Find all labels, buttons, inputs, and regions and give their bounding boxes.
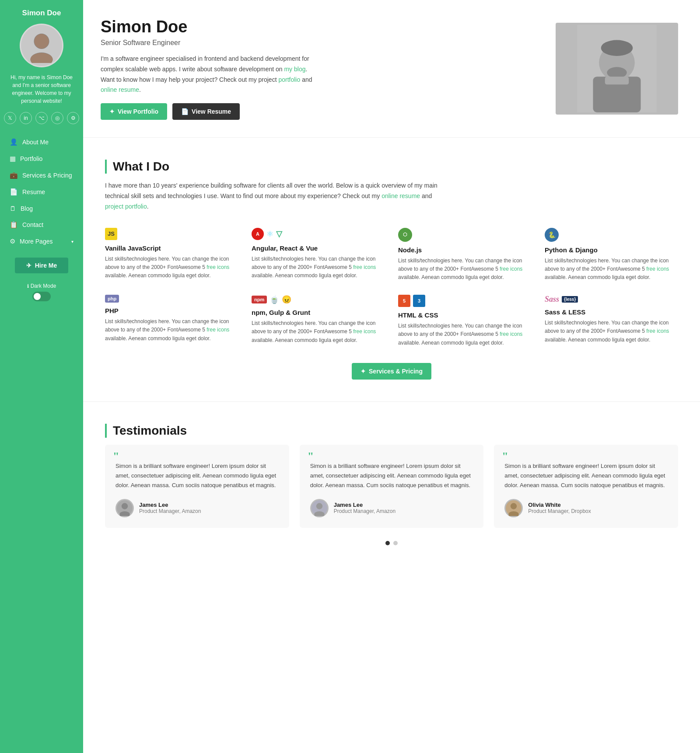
php-free-icons-link[interactable]: free icons [206,327,229,333]
html-free-icons-link[interactable]: free icons [500,331,522,337]
author-role-3: Product Manager, Dropbox [528,508,591,514]
author-name-3: Olivia White [528,502,591,508]
hero-section: Simon Doe Senior Software Engineer I'm a… [83,0,700,137]
skill-python-desc: List skills/technologies here. You can c… [545,257,678,282]
testimonials-grid: " Simon is a brilliant software engineer… [105,445,678,528]
main-content: Simon Doe Senior Software Engineer I'm a… [83,0,700,753]
paper-plane-icon: ✈ [26,262,32,269]
linkedin-icon[interactable]: in [20,112,32,124]
blog-icon: 🗒 [10,205,16,212]
nav-resume-label: Resume [22,188,45,195]
dark-mode-label: Dark Mode [31,283,56,289]
nav-contact-label: Contact [22,221,43,228]
quote-icon-3: " [502,451,508,462]
person-icon: 👤 [10,138,18,146]
testimonial-text-1: Simon is a brilliant software engineer! … [116,457,279,490]
js-free-icons-link[interactable]: free icons [206,264,229,270]
what-i-do-title: What I Do [105,160,678,174]
skill-npm: npm 🍵 😠 npm, Gulp & Grunt List skills/te… [252,295,385,347]
testimonial-author-2: James Lee Product Manager, Amazon [310,499,473,517]
sass-free-icons-link[interactable]: free icons [646,328,669,334]
testimonials-title: Testimonials [105,424,678,438]
codepen-icon[interactable]: ◎ [51,112,63,124]
carousel-dots [105,541,678,545]
py-free-icons-link[interactable]: free icons [646,266,669,272]
sidebar-item-more[interactable]: ⚙ More Pages ▾ [0,233,83,250]
author-role-2: Product Manager, Amazon [334,508,396,514]
skills-grid: JS Vanilla JavaScript List skills/techno… [105,228,678,347]
testimonial-author-1: James Lee Product Manager, Amazon [116,499,279,517]
more-icon: ⚙ [10,237,15,245]
php-icon: php [105,295,119,303]
sidebar-item-blog[interactable]: 🗒 Blog [0,200,83,216]
angular-icon: A [252,228,264,240]
briefcase-icon: 💼 [10,171,18,179]
author-name-1: James Lee [139,502,201,508]
author-avatar-3 [504,499,523,517]
skill-js-icons: JS [105,228,238,240]
skill-arv: A ⚛ ▽ Angular, React & Vue List skills/t… [252,228,385,282]
skill-html: 5 3 HTML & CSS List skills/technologies … [398,295,532,347]
dark-mode-toggle[interactable] [32,292,51,301]
info-icon: ℹ [27,283,29,289]
testimonial-card-3: " Simon is a brilliant software engineer… [494,445,678,528]
quote-icon-2: " [308,451,314,462]
testimonials-section: Testimonials " Simon is a brilliant soft… [83,402,700,567]
author-info-1: James Lee Product Manager, Amazon [139,502,201,514]
hire-button[interactable]: ✈ Hire Me [15,258,69,273]
settings-icon[interactable]: ⚙ [67,112,79,124]
testimonial-card-2: " Simon is a brilliant software engineer… [300,445,484,528]
contact-icon: 📋 [10,221,18,229]
nav-portfolio-label: Portfolio [20,155,42,162]
hero-name: Simon Doe [101,17,542,36]
author-avatar-1 [116,499,134,517]
doc-icon: 📄 [10,188,18,196]
portfolio-btn-icon: ✦ [109,108,115,115]
skill-js-desc: List skills/technologies here. You can c… [105,255,238,280]
skill-node-name: Node.js [398,246,532,254]
services-pricing-button[interactable]: ✦ Services & Pricing [352,363,431,380]
vue-icon: ▽ [276,229,282,239]
carousel-dot-2[interactable] [393,541,398,545]
wid-portfolio-link[interactable]: project portfolio [105,203,147,210]
skill-sass-desc: List skills/technologies here. You can c… [545,319,678,344]
sidebar-item-contact[interactable]: 📋 Contact [0,216,83,233]
svg-point-3 [30,53,52,63]
sidebar-item-services[interactable]: 💼 Services & Pricing [0,167,83,184]
sidebar-item-resume[interactable]: 📄 Resume [0,184,83,200]
testimonial-text-3: Simon is a brilliant software engineer! … [504,457,668,490]
author-info-3: Olivia White Product Manager, Dropbox [528,502,591,514]
view-portfolio-button[interactable]: ✦ View Portfolio [101,103,167,120]
sidebar-item-portfolio[interactable]: ▦ Portfolio [0,150,83,167]
author-role-1: Product Manager, Amazon [139,508,201,514]
node-free-icons-link[interactable]: free icons [500,266,522,272]
avatar [20,24,63,67]
carousel-dot-1[interactable] [385,541,390,545]
hero-subtitle: Senior Software Engineer [101,39,542,47]
dark-mode-wrap: ℹ Dark Mode [27,283,56,301]
wid-resume-link[interactable]: online resume [382,192,420,199]
quote-icon-1: " [113,451,119,462]
resume-btn-icon: 📄 [181,108,189,115]
skill-html-name: HTML & CSS [398,311,532,319]
python-icon: 🐍 [545,228,559,242]
testimonial-author-3: Olivia White Product Manager, Dropbox [504,499,668,517]
github-icon[interactable]: ⌥ [35,112,48,124]
svg-point-8 [607,67,626,78]
hero-photo [556,23,678,115]
skill-php-icons: php [105,295,238,303]
nav-about-label: About Me [22,139,49,146]
sidebar-item-about[interactable]: 👤 About Me [0,134,83,150]
hero-text: Simon Doe Senior Software Engineer I'm a… [101,17,542,120]
twitter-icon[interactable]: 𝕏 [4,112,16,124]
npm-free-icons-link[interactable]: free icons [353,328,376,335]
svg-point-2 [34,34,49,49]
resume-link[interactable]: online resume [101,86,139,93]
view-resume-button[interactable]: 📄 View Resume [172,103,240,120]
portfolio-link[interactable]: portfolio [278,76,300,83]
blog-link[interactable]: my blog [284,66,305,73]
arv-free-icons-link[interactable]: free icons [353,264,376,270]
author-name-2: James Lee [334,502,396,508]
skill-html-desc: List skills/technologies here. You can c… [398,322,532,347]
svg-rect-9 [605,77,629,84]
